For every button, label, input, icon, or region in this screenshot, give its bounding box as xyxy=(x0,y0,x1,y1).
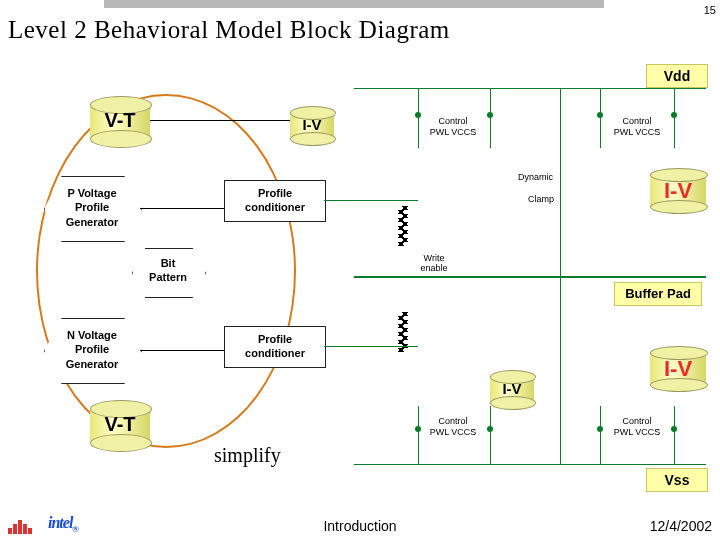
iv-mid-label: I-V xyxy=(490,380,534,397)
wire xyxy=(560,276,561,464)
vt-top-cylinder: V-T xyxy=(90,96,150,146)
p-voltage-hex: P VoltageProfileGenerator xyxy=(44,176,140,240)
wire xyxy=(150,120,290,121)
node-dot xyxy=(487,112,493,118)
dynamic-label: Dynamic xyxy=(518,172,553,182)
ctrl-top-right: Control PWL VCCS xyxy=(604,116,670,138)
pc-bot-label: Profileconditioner xyxy=(225,332,325,361)
iv-right-bot-label: I-V xyxy=(650,356,706,382)
wire xyxy=(490,88,491,148)
vdd-line xyxy=(354,88,706,89)
iv-right-bot: I-V xyxy=(650,346,706,394)
mid-bus xyxy=(354,276,706,278)
top-bar xyxy=(104,0,604,8)
iv-mid-cylinder: I-V xyxy=(490,370,534,410)
bit-pattern-hex: BitPattern xyxy=(132,248,204,296)
wire xyxy=(600,406,601,464)
ctrl-label: Control xyxy=(420,416,486,427)
ctrl-label: Control xyxy=(420,116,486,127)
iv-top-label: I-V xyxy=(290,116,334,133)
footer-section: Introduction xyxy=(0,518,720,534)
pwl-label: PWL VCCS xyxy=(604,427,670,438)
vss-line xyxy=(354,464,706,465)
pc-top-label: Profileconditioner xyxy=(225,186,325,215)
wire xyxy=(140,350,224,351)
profile-conditioner-bot: Profileconditioner xyxy=(224,326,326,368)
profile-conditioner-top: Profileconditioner xyxy=(224,180,326,222)
bit-pattern-label: BitPattern xyxy=(138,256,198,285)
resistor-icon xyxy=(394,206,412,246)
wire xyxy=(674,406,675,464)
ctrl-bot-right: Control PWL VCCS xyxy=(604,416,670,438)
iv-right-top-label: I-V xyxy=(650,178,706,204)
vdd-rail: Vdd xyxy=(646,64,708,88)
vt-top-label: V-T xyxy=(90,109,150,132)
iv-right-top: I-V xyxy=(650,168,706,216)
node-dot xyxy=(597,112,603,118)
page-title: Level 2 Behavioral Model Block Diagram xyxy=(8,16,450,44)
n-voltage-label: N VoltageProfileGenerator xyxy=(50,328,134,371)
node-dot xyxy=(597,426,603,432)
node-dot xyxy=(487,426,493,432)
ctrl-label: Control xyxy=(604,116,670,127)
n-voltage-hex: N VoltageProfileGenerator xyxy=(44,318,140,382)
ctrl-top-left: Control PWL VCCS xyxy=(420,116,486,138)
ctrl-bot-left: Control PWL VCCS xyxy=(420,416,486,438)
iv-top-cylinder: I-V xyxy=(290,106,334,146)
footer-date: 12/4/2002 xyxy=(650,518,712,534)
clamp-label: Clamp xyxy=(528,194,554,204)
wire xyxy=(324,346,418,347)
pwl-label: PWL VCCS xyxy=(420,427,486,438)
wire xyxy=(140,208,224,209)
write-enable-label: Writeenable xyxy=(414,254,454,274)
vt-bot-cylinder: V-T xyxy=(90,400,150,450)
node-dot xyxy=(671,426,677,432)
vt-bot-label: V-T xyxy=(90,413,150,436)
pwl-label: PWL VCCS xyxy=(420,127,486,138)
wire xyxy=(418,88,419,148)
node-dot xyxy=(671,112,677,118)
wire xyxy=(674,88,675,148)
simplify-label: simplify xyxy=(214,444,281,467)
buffer-pad: Buffer Pad xyxy=(614,282,702,306)
wire xyxy=(490,406,491,464)
node-dot xyxy=(415,426,421,432)
p-voltage-label: P VoltageProfileGenerator xyxy=(50,186,134,229)
node-dot xyxy=(415,112,421,118)
ctrl-label: Control xyxy=(604,416,670,427)
pwl-label: PWL VCCS xyxy=(604,127,670,138)
wire xyxy=(560,88,561,276)
wire xyxy=(600,88,601,148)
vss-rail: Vss xyxy=(646,468,708,492)
diagram-stage: Vdd Vss Buffer Pad V-T V-T I-V P Voltage… xyxy=(0,60,720,510)
wire xyxy=(324,200,418,201)
page-number: 15 xyxy=(704,4,716,16)
wire xyxy=(418,406,419,464)
